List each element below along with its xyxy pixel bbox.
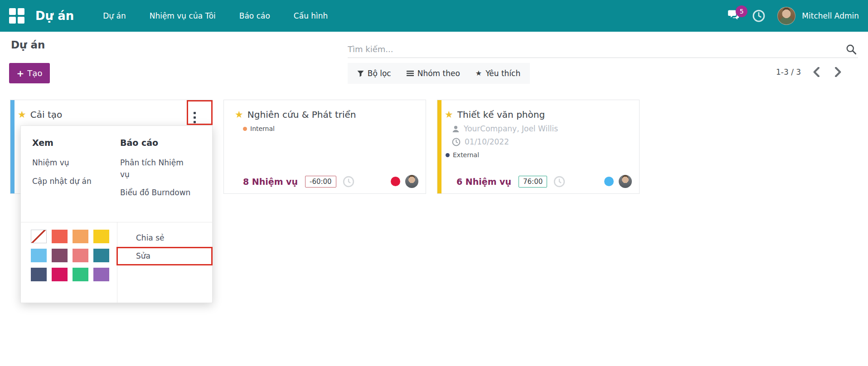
main-menu: Dự án Nhiệm vụ của Tôi Báo cáo Cấu hình [103, 11, 328, 20]
favorite-star-icon[interactable]: ★ [445, 110, 453, 120]
task-count-label: Nhiệm vụ [252, 177, 298, 187]
card-footer: 8 Nhiệm vụ -60:00 [224, 175, 426, 188]
color-palette [31, 230, 109, 281]
color-swatch-yellow[interactable] [93, 230, 109, 243]
menu-item-my-tasks[interactable]: Nhiệm vụ của Tôi [150, 11, 216, 20]
breadcrumb: Dự án [11, 39, 45, 51]
clock-icon [452, 138, 461, 146]
color-swatch-dark-blue[interactable] [31, 268, 47, 281]
status-dot-red[interactable] [391, 177, 400, 186]
menu-item-projects[interactable]: Dự án [103, 11, 126, 20]
messages-count-badge: 5 [736, 5, 747, 17]
color-swatch-orange[interactable] [73, 230, 88, 243]
group-by-label: Nhóm theo [417, 69, 460, 78]
group-by-icon [407, 70, 414, 77]
menu-item-reporting[interactable]: Báo cáo [239, 11, 270, 20]
card-kebab-menu-button[interactable] [189, 107, 200, 127]
card-options-dropdown: Xem Nhiệm vụ Cập nhật dự án Báo cáo Phân… [20, 125, 213, 303]
card-title[interactable]: Nghiên cứu & Phát triển [247, 109, 356, 120]
favorites-label: Yêu thích [485, 69, 520, 78]
color-swatch-none[interactable] [31, 230, 47, 243]
color-swatch-magenta[interactable] [52, 268, 68, 281]
search-toolbar: Bộ lọc Nhóm theo ★ Yêu thích [348, 63, 530, 84]
project-date: 01/10/2022 [465, 137, 509, 146]
assignee-avatar[interactable] [405, 175, 418, 188]
color-swatch-teal[interactable] [93, 249, 109, 262]
top-navbar: Dự án Dự án Nhiệm vụ của Tôi Báo cáo Cấu… [0, 0, 868, 32]
view-section-header: Xem [32, 138, 107, 148]
color-swatch-dark-purple[interactable] [52, 249, 68, 262]
color-swatch-red[interactable] [52, 230, 68, 243]
favorites-button[interactable]: ★ Yêu thích [475, 69, 520, 78]
card-title[interactable]: Thiết kế văn phòng [457, 109, 545, 120]
systray: 5 Mitchell Admin [727, 7, 859, 25]
filters-button[interactable]: Bộ lọc [357, 69, 391, 78]
card-title[interactable]: Cải tạo [30, 109, 62, 120]
partner-row: YourCompany, Joel Willis [452, 124, 639, 133]
card-header: ★ Nghiên cứu & Phát triển [224, 100, 426, 120]
dropdown-view-section: Xem Nhiệm vụ Cập nhật dự án [32, 138, 107, 194]
task-count-number: 6 [456, 177, 462, 187]
group-by-button[interactable]: Nhóm theo [407, 69, 460, 78]
tag-dot [243, 127, 247, 131]
task-count-label: Nhiệm vụ [466, 177, 511, 187]
apps-menu-icon[interactable] [9, 8, 24, 24]
menu-item-share[interactable]: Chia sẻ [117, 229, 212, 247]
app-brand[interactable]: Dự án [35, 9, 74, 23]
card-header: ★ Cải tạo [10, 100, 212, 120]
tag-dot [446, 153, 450, 157]
timesheet-clock-icon[interactable] [553, 176, 565, 188]
menu-item-task-analysis[interactable]: Phân tích Nhiệm vụ [120, 157, 187, 180]
messages-button[interactable]: 5 [727, 10, 740, 22]
card-footer: 6 Nhiệm vụ 76:00 [437, 175, 639, 188]
favorite-star-icon[interactable]: ★ [235, 110, 243, 120]
tag-label: Internal [250, 125, 275, 132]
filters-label: Bộ lọc [368, 69, 391, 78]
project-card-thiet-ke[interactable]: ★ Thiết kế văn phòng YourCompany, Joel W… [437, 100, 640, 194]
pager-range: 1-3 / 3 [776, 67, 801, 77]
status-dot-blue[interactable] [604, 177, 614, 186]
assignee-avatar[interactable] [619, 175, 632, 188]
create-button-label: Tạo [27, 68, 42, 78]
color-swatch-salmon[interactable] [73, 249, 88, 262]
tag-label: External [453, 151, 479, 159]
activities-button[interactable] [752, 9, 766, 23]
user-name[interactable]: Mitchell Admin [802, 11, 859, 20]
color-swatch-light-blue[interactable] [31, 249, 47, 262]
menu-item-configuration[interactable]: Cấu hình [294, 11, 328, 20]
dropdown-actions: Chia sẻ Sửa [117, 222, 212, 303]
card-color-bar [10, 100, 15, 193]
create-button[interactable]: + Tạo [9, 63, 50, 83]
pager-previous-button[interactable] [810, 64, 823, 80]
menu-item-burndown-chart[interactable]: Biểu đồ Burndown [120, 187, 201, 199]
task-count-link[interactable]: 6 Nhiệm vụ [456, 177, 511, 187]
task-count-number: 8 [243, 177, 249, 187]
favorite-star-icon[interactable]: ★ [18, 110, 26, 120]
report-section-header: Báo cáo [120, 138, 201, 148]
clock-icon [752, 9, 766, 23]
card-header: ★ Thiết kế văn phòng [437, 100, 639, 120]
menu-item-tasks[interactable]: Nhiệm vụ [32, 157, 107, 169]
user-avatar[interactable] [777, 7, 795, 25]
color-swatch-green[interactable] [73, 268, 88, 281]
search-bar [348, 41, 858, 58]
menu-item-edit[interactable]: Sửa [117, 247, 212, 265]
odoo-project-kanban-page: Dự án Dự án Nhiệm vụ của Tôi Báo cáo Cấu… [0, 0, 868, 366]
partner-name: YourCompany, Joel Willis [464, 124, 558, 133]
project-card-nghien-cuu[interactable]: ★ Nghiên cứu & Phát triển Internal 8 Nhi… [223, 100, 426, 194]
favorites-star-icon: ★ [475, 70, 482, 77]
person-icon [452, 125, 460, 133]
filter-funnel-icon [357, 70, 364, 77]
color-swatch-purple[interactable] [93, 268, 109, 281]
task-count-link[interactable]: 8 Nhiệm vụ [243, 177, 298, 187]
remaining-hours-badge: 76:00 [519, 176, 547, 188]
search-icon[interactable] [845, 43, 857, 55]
menu-item-project-updates[interactable]: Cập nhật dự án [32, 176, 107, 188]
remaining-hours-badge: -60:00 [305, 176, 336, 188]
pager: 1-3 / 3 [776, 64, 844, 80]
tag-external: External [446, 151, 639, 159]
pager-next-button[interactable] [832, 64, 844, 80]
search-input[interactable] [348, 44, 845, 54]
timesheet-clock-icon[interactable] [343, 176, 354, 188]
date-row: 01/10/2022 [452, 137, 639, 146]
